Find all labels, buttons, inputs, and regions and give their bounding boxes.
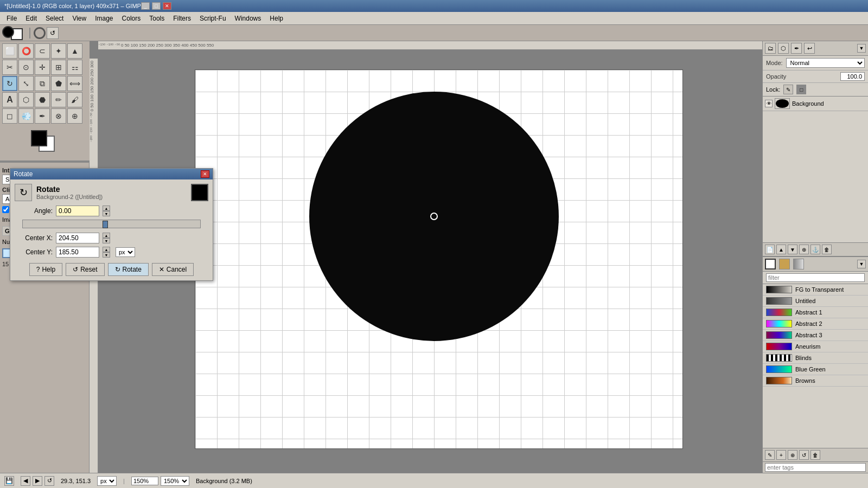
nav-next-button[interactable]: ▶ xyxy=(33,476,42,486)
duplicate-layer-button[interactable]: ⊕ xyxy=(799,245,809,254)
tool-free-select[interactable]: ⊂ xyxy=(35,43,50,59)
tool-paintbrush[interactable]: 🖌 xyxy=(67,92,82,107)
tool-eraser[interactable]: ◻ xyxy=(2,108,17,124)
angle-spin-up[interactable]: ▲ xyxy=(103,206,110,211)
gradient-filter-input[interactable] xyxy=(766,273,865,282)
center-x-input[interactable] xyxy=(56,233,99,243)
maximize-button[interactable]: □ xyxy=(152,2,161,10)
menu-image[interactable]: Image xyxy=(91,14,117,23)
center-x-spin-up[interactable]: ▲ xyxy=(103,233,110,238)
rotate-button[interactable]: ↻ Rotate xyxy=(108,263,149,276)
menu-filters[interactable]: Filters xyxy=(169,14,195,23)
rotate-close-button[interactable]: ✕ xyxy=(201,170,209,178)
gradient-untitled[interactable]: Untitled xyxy=(763,296,868,307)
edit-gradient-button[interactable]: ✎ xyxy=(765,450,775,460)
menu-view[interactable]: View xyxy=(68,14,91,23)
tool-move[interactable]: ✛ xyxy=(35,60,50,75)
tool-crop[interactable]: ⚏ xyxy=(67,60,82,75)
tool-by-color[interactable]: ▲ xyxy=(67,43,82,59)
tool-pencil[interactable]: ✏ xyxy=(51,92,66,107)
tool-clone[interactable]: ⊗ xyxy=(51,108,66,124)
cancel-button[interactable]: ✕ Cancel xyxy=(152,263,194,276)
tool-foreground-select[interactable]: ⊙ xyxy=(18,60,34,75)
nav-refresh-button[interactable]: ↺ xyxy=(44,476,54,486)
lock-alpha-button[interactable]: □ xyxy=(796,85,806,94)
close-button[interactable]: ✕ xyxy=(163,2,171,10)
status-save-button[interactable]: 💾 xyxy=(4,476,14,486)
new-gradient-button[interactable]: + xyxy=(776,450,786,460)
reset-button[interactable]: ↺ Reset xyxy=(66,263,104,276)
tool-heal[interactable]: ⊕ xyxy=(67,108,82,124)
tool-bucket-fill[interactable]: ⬡ xyxy=(18,92,34,107)
gradient-abstract2[interactable]: Abstract 2 xyxy=(763,318,868,330)
lock-pixels-button[interactable]: ✎ xyxy=(783,85,793,94)
angle-slider[interactable] xyxy=(22,220,201,228)
rotate-color-preview[interactable] xyxy=(191,184,208,201)
tool-text[interactable]: A xyxy=(2,92,17,107)
gradient-abstract1[interactable]: Abstract 1 xyxy=(763,307,868,318)
angle-slider-thumb[interactable] xyxy=(103,221,108,228)
zoom-dropdown[interactable]: 150% 100% 50% xyxy=(161,476,189,486)
gradient-aneurism[interactable]: Aneurism xyxy=(763,341,868,352)
help-button[interactable]: ? Help xyxy=(29,263,62,276)
show-preview-checkbox[interactable] xyxy=(2,206,9,213)
foreground-color-box[interactable] xyxy=(31,130,47,146)
center-y-unit[interactable]: px xyxy=(116,247,135,257)
tool-flip[interactable]: ⟺ xyxy=(67,76,82,91)
angle-input[interactable] xyxy=(56,206,99,216)
menu-colors[interactable]: Colors xyxy=(118,14,145,23)
anchor-layer-button[interactable]: ⚓ xyxy=(810,245,820,254)
tool-align[interactable]: ⊞ xyxy=(51,60,66,75)
center-y-spin-down[interactable]: ▼ xyxy=(103,252,110,258)
zoom-input[interactable] xyxy=(131,477,158,485)
tool-rect-select[interactable]: ⬜ xyxy=(2,43,17,59)
layer-eye-background[interactable]: 👁 xyxy=(765,100,773,107)
tool-fuzzy-select[interactable]: ✦ xyxy=(51,43,66,59)
gradient-color2-swatch[interactable] xyxy=(793,259,804,269)
tool-ellipse-select[interactable]: ⭕ xyxy=(18,43,34,59)
center-y-input[interactable] xyxy=(56,247,99,258)
opacity-input[interactable] xyxy=(840,72,865,81)
titlebar-controls[interactable]: _ □ ✕ xyxy=(141,2,171,10)
center-x-spin-down[interactable]: ▼ xyxy=(103,238,110,243)
menu-file[interactable]: File xyxy=(2,14,21,23)
lower-layer-button[interactable]: ▼ xyxy=(788,245,797,254)
channels-tab[interactable]: ⬡ xyxy=(778,43,789,54)
tool-blend[interactable]: ⬣ xyxy=(35,92,50,107)
foreground-color-swatch[interactable] xyxy=(2,26,14,38)
raise-layer-button[interactable]: ▲ xyxy=(776,245,786,254)
unit-dropdown[interactable]: px % in xyxy=(97,476,117,486)
gradient-blinds[interactable]: Blinds xyxy=(763,352,868,364)
tool-shear[interactable]: ⧉ xyxy=(35,76,50,91)
layer-background[interactable]: 👁 Background xyxy=(763,97,868,111)
new-layer-button[interactable]: 📄 xyxy=(765,245,775,254)
tool-reset[interactable]: ↺ xyxy=(47,27,59,39)
tool-airbrush[interactable]: 💨 xyxy=(18,108,34,124)
tool-scale[interactable]: ⤡ xyxy=(18,76,34,91)
mode-dropdown[interactable]: Normal xyxy=(786,58,865,68)
gradient-fg-transparent[interactable]: FG to Transparent xyxy=(763,284,868,296)
gradient-abstract3[interactable]: Abstract 3 xyxy=(763,330,868,341)
gradients-menu-button[interactable]: ▼ xyxy=(857,260,866,268)
nav-prev-button[interactable]: ◀ xyxy=(21,476,30,486)
menu-select[interactable]: Select xyxy=(41,14,68,23)
paths-tab[interactable]: ✒ xyxy=(791,43,802,54)
gradient-blue-green[interactable]: Blue Green xyxy=(763,364,868,375)
refresh-gradient-button[interactable]: ↺ xyxy=(799,450,809,460)
undo-history-tab[interactable]: ↩ xyxy=(804,43,815,54)
tool-circle-outline[interactable] xyxy=(34,27,46,39)
gradient-browns[interactable]: Browns xyxy=(763,375,868,387)
menu-script-fu[interactable]: Script-Fu xyxy=(195,14,231,23)
tool-scissors[interactable]: ✂ xyxy=(2,60,17,75)
tool-perspective[interactable]: ⬟ xyxy=(51,76,66,91)
layers-menu-button[interactable]: ▼ xyxy=(857,44,866,53)
menu-tools[interactable]: Tools xyxy=(145,14,169,23)
angle-spin-down[interactable]: ▼ xyxy=(103,211,110,216)
save-icon[interactable]: 💾 xyxy=(4,476,14,486)
layers-tab[interactable]: 🗂 xyxy=(765,43,776,54)
tool-ink[interactable]: ✒ xyxy=(35,108,50,124)
gradient-fg-swatch[interactable] xyxy=(765,259,776,269)
minimize-button[interactable]: _ xyxy=(141,2,150,10)
delete-layer-button[interactable]: 🗑 xyxy=(822,245,832,254)
gradient-color1-swatch[interactable] xyxy=(779,259,790,269)
